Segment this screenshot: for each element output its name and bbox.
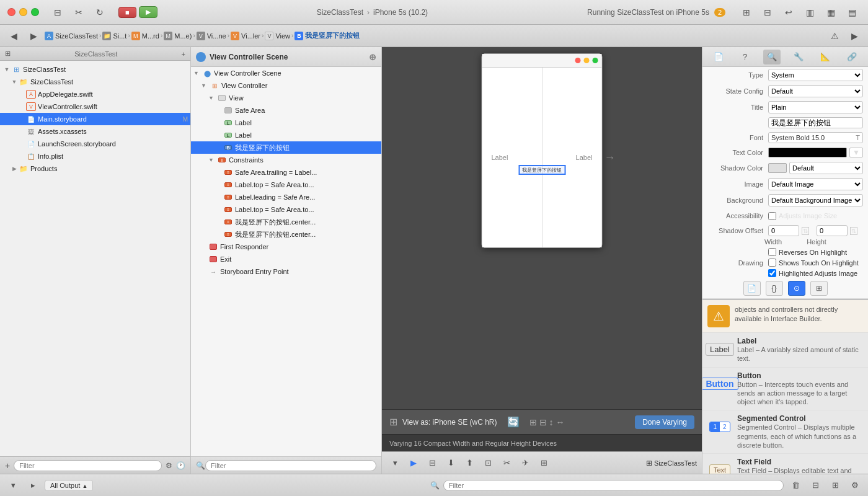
minimize-button[interactable] <box>19 8 27 16</box>
file-launchscreen[interactable]: 📄 LaunchScreen.storyboard <box>0 138 190 150</box>
shadow-w-stepper[interactable]: ⇅ <box>802 227 809 235</box>
tab-connections-inspector[interactable]: 🔗 <box>843 50 861 64</box>
filter-options-icon[interactable]: ⚙ <box>166 461 172 470</box>
button-text-value[interactable] <box>768 117 863 128</box>
tab-attr-inspector[interactable]: 🔧 <box>790 50 807 64</box>
scene-settings-icon[interactable]: ⊕ <box>369 52 376 62</box>
st-c6[interactable]: ≡ 我是竖屏下的按钮.center... <box>191 228 381 241</box>
bc-item-7[interactable]: V View <box>265 32 290 40</box>
bt-btn-3[interactable]: ⊟ <box>424 456 440 470</box>
hr-icon[interactable]: ⊟ <box>539 417 547 427</box>
st-constraints[interactable]: ▼ I Constraints <box>191 154 381 166</box>
shows-touch-checkbox[interactable] <box>768 259 776 267</box>
bt-btn-7[interactable]: ✂ <box>498 456 515 470</box>
bc-item-4[interactable]: M M...e) <box>164 32 192 40</box>
shadow-color-select[interactable]: Default <box>789 162 863 174</box>
text-color-control[interactable]: ▼ <box>768 148 863 157</box>
text-color-swatch[interactable] <box>768 148 847 157</box>
expand-vc[interactable]: ▼ <box>201 82 208 89</box>
fullscreen-button[interactable] <box>31 8 39 16</box>
bt-btn-1[interactable]: ▾ <box>387 456 403 470</box>
console-layout-1[interactable]: ⊟ <box>807 479 823 492</box>
scene-filter-input[interactable] <box>205 460 376 471</box>
shadow-w-input[interactable] <box>768 225 799 236</box>
expand-view[interactable]: ▼ <box>208 95 216 101</box>
back-btn[interactable]: ◀ <box>5 29 22 43</box>
tab-size-inspector[interactable]: 📐 <box>817 50 834 64</box>
run-button[interactable]: ▶ <box>139 6 157 18</box>
panel-btn-1[interactable]: ▥ <box>801 5 818 20</box>
shadow-color-control[interactable]: Default <box>768 162 863 174</box>
icon-btn-table[interactable]: ⊞ <box>810 281 828 296</box>
stop-button[interactable]: ■ <box>118 7 136 18</box>
shadow-color-swatch[interactable] <box>768 163 787 173</box>
bt-btn-6[interactable]: ⊡ <box>480 456 496 470</box>
icon-btn-curly[interactable]: {} <box>766 281 783 296</box>
expand-scene[interactable]: ▼ <box>193 70 201 76</box>
forward-btn[interactable]: ▶ <box>25 29 42 43</box>
icon-btn-circle[interactable]: ⊙ <box>788 281 805 296</box>
st-vc[interactable]: ▼ ⊞ View Controller <box>191 79 381 92</box>
st-c3[interactable]: ≡ Label.leading = Safe Are... <box>191 191 381 203</box>
st-c1[interactable]: ≡ Safe Area.trailing = Label... <box>191 166 381 179</box>
expand-icon[interactable]: ▼ <box>2 66 11 73</box>
st-vc-scene[interactable]: ▼ ⬤ View Controller Scene <box>191 67 381 79</box>
reverses-checkbox[interactable] <box>768 248 776 256</box>
title-select[interactable]: Plain <box>768 101 863 113</box>
sidebar-add-btn[interactable]: + <box>182 50 185 58</box>
bc-item-6[interactable]: V Vi...ler <box>231 32 260 40</box>
bc-item-1[interactable]: A SizeClassTest <box>45 32 98 40</box>
next-issue-btn[interactable]: ▶ <box>846 29 863 43</box>
canvas-area[interactable]: Label Label 我是竖屏下的按钮 → <box>382 47 702 409</box>
tab-quick-help[interactable]: ? <box>737 50 754 64</box>
console-settings-btn[interactable]: ⚙ <box>847 479 863 492</box>
layout-btn-1[interactable]: ⊞ <box>738 5 755 20</box>
st-view[interactable]: ▼ View <box>191 92 381 104</box>
selected-button[interactable]: 我是竖屏下的按钮 <box>518 165 565 175</box>
file-infoplist[interactable]: 📋 Info.plist <box>0 150 190 162</box>
bc-item-5[interactable]: V Vi...ne <box>197 32 226 40</box>
st-c5[interactable]: ≡ 我是竖屏下的按钮.center... <box>191 216 381 228</box>
file-assets[interactable]: 🖼 Assets.xcassets <box>0 125 190 138</box>
group-products[interactable]: ▶ 📁 Products <box>0 162 190 175</box>
font-edit-icon[interactable]: T <box>856 134 860 141</box>
vcs-btn[interactable]: ↻ <box>91 5 108 20</box>
st-safe-area[interactable]: Safe Area <box>191 104 381 117</box>
bc-item-2[interactable]: 📁 Si...t <box>102 32 126 40</box>
button-text-input[interactable] <box>768 117 863 128</box>
file-viewcontroller[interactable]: V ViewController.swift <box>0 100 190 113</box>
file-appdelegate[interactable]: A AppDelegate.swift <box>0 88 190 100</box>
vary-w-icon[interactable]: ↔ <box>556 417 565 427</box>
expand-constraints[interactable]: ▼ <box>208 157 216 163</box>
bc-item-8[interactable]: B 我是竖屏下的按钮 <box>294 31 360 40</box>
bt-btn-4[interactable]: ⬇ <box>443 456 459 470</box>
console-filter-input[interactable] <box>443 480 784 491</box>
bt-btn-8[interactable]: ✈ <box>517 456 533 470</box>
edit-toggle-btn[interactable]: ✂ <box>70 5 87 20</box>
warning-btn[interactable]: ⚠ <box>826 29 843 43</box>
expand-products[interactable]: ▶ <box>10 166 19 172</box>
sidebar-toggle-btn[interactable]: ⊟ <box>49 5 66 20</box>
type-select[interactable]: System <box>768 69 863 81</box>
console-btn-1[interactable]: ▾ <box>5 479 21 492</box>
layout-btn-3[interactable]: ↩ <box>780 5 797 20</box>
shadow-h-stepper[interactable]: ⇅ <box>850 227 857 235</box>
st-c4[interactable]: ≡ Label.top = Safe Area.to... <box>191 203 381 216</box>
st-exit[interactable]: Exit <box>191 253 381 265</box>
state-config-select[interactable]: Default <box>768 85 863 97</box>
group-sizeclasstest[interactable]: ▼ 📁 SizeClassTest <box>0 76 190 88</box>
shadow-h-input[interactable] <box>817 225 848 236</box>
st-c2[interactable]: ≡ Label.top = Safe Area.to... <box>191 179 381 191</box>
console-layout-2[interactable]: ⊞ <box>827 479 843 492</box>
vary-h-icon[interactable]: ↕ <box>549 417 554 427</box>
font-value-display[interactable]: System Bold 15.0 T <box>768 132 863 143</box>
filter-recent-icon[interactable]: 🕐 <box>176 461 185 470</box>
text-color-dropdown[interactable]: ▼ <box>849 148 863 157</box>
adjusts-checkbox[interactable] <box>768 212 776 220</box>
add-file-icon[interactable]: + <box>5 461 10 471</box>
file-filter-input[interactable] <box>14 460 162 471</box>
console-btn-2[interactable]: ▸ <box>25 479 41 492</box>
bt-btn-5[interactable]: ⬆ <box>461 456 477 470</box>
expand-icon-2[interactable]: ▼ <box>10 79 19 85</box>
bc-item-3[interactable]: M M...rd <box>131 32 159 40</box>
